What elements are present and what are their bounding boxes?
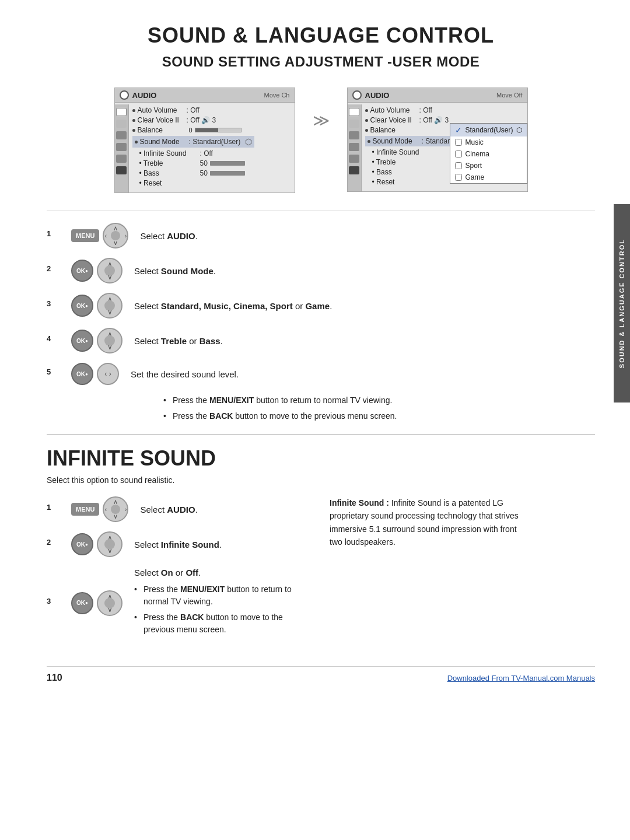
dropdown-cinema: Cinema [450,148,526,160]
infinite-sound-desc: Select this option to sound realistic. [47,475,595,485]
inf-note-1: Press the MENU/EXIT button to return to … [134,583,312,608]
nav-circle-1: ∧ ∨ ‹ › [103,223,128,249]
remote-1: MENU ∧ ∨ ‹ › [71,223,128,249]
ok-button-2[interactable]: OK● [71,260,93,282]
inf-remote-3: OK● [71,590,123,616]
ok-button-4[interactable]: OK● [71,330,93,352]
audio-sidebar-left [115,104,129,192]
inf-step-row-2: 2 OK● Select Infinite Sound. [47,531,312,557]
remote-5: OK● ‹ › [71,363,119,385]
audio-title-right: AUDIO [365,91,390,100]
dropdown-cinema-label: Cinema [465,150,489,158]
row-reset-label-l: • Reset [139,179,198,187]
page-footer: 110 Downloaded From TV-Manual.com Manual… [47,666,595,683]
step-text-1: Select AUDIO. [140,230,197,242]
audio-sidebar-right [348,104,362,191]
step-row-5: 5 OK● ‹ › Set the desired sound level. [47,363,595,385]
row-auto-volume-label-l: Auto Volume [138,106,184,114]
lr-button-5[interactable]: ‹ › [97,363,119,385]
dropdown-game-check[interactable] [455,174,462,181]
infinite-sound-title: INFINITE SOUND [47,446,595,471]
row-clear-voice-val-r: : Off 🔊 3 [419,116,449,124]
dropdown-music-label: Music [465,138,483,146]
inf-step-text-2: Select Infinite Sound. [134,538,222,551]
row-bass-val-l: 50 [200,169,208,177]
side-label: SOUND & LANGUAGE CONTROL [618,239,625,368]
bass-bar-l [210,171,245,176]
panels-arrow: ≫ [313,88,330,130]
row-clear-voice-val-l: : Off 🔊 3 [187,116,216,124]
row-sound-mode-val-l: : Standard(User) [189,138,241,146]
nav-circle-4 [97,328,123,354]
row-sound-mode-label-l: Sound Mode [140,138,187,146]
audio-circle-icon-right [352,90,362,100]
inf-nav-circle-2 [97,531,123,557]
audio-header-nav-left: Move Ch [264,92,289,99]
step-text-2: Select Sound Mode. [134,265,216,277]
step-text-4: Select Treble or Bass. [134,335,223,347]
row-infinite-label-r: • Infinite Sound [372,148,425,156]
footer-link[interactable]: Downloaded From TV-Manual.com Manuals [447,674,595,682]
row-bass-label-r: • Bass [372,168,425,176]
dropdown-standard-label: Standard(User) [465,126,513,134]
row-bass-label-l: • Bass [139,169,198,177]
infinite-info-title: Infinite Sound : [330,498,389,508]
treble-bar-l [210,161,245,166]
audio-header-nav-right: Move Off [496,92,522,99]
step-row-3: 3 OK● Select Standard, Music, Cinema, Sp… [47,293,595,318]
dropdown-music-check[interactable] [455,139,462,146]
notes-sound-mode: Press the MENU/EXIT button to return to … [163,394,595,422]
row-reset-label-r: • Reset [372,178,425,186]
note-2: Press the BACK button to move to the pre… [163,410,595,422]
row-clear-voice-label-r: Clear Voice II [370,116,417,124]
inf-remote-1: MENU ∧ ∨ ‹ › [71,496,128,522]
remote-3: OK● [71,293,123,318]
dropdown-game: Game [450,172,526,183]
step-num-4: 4 [47,334,60,347]
step-num-3: 3 [47,299,60,312]
audio-header-right: AUDIO Move Off [348,88,527,103]
step-num-5: 5 [47,368,60,380]
audio-panels-container: AUDIO Move Ch Auto Volume : [47,88,595,193]
inf-ok-button-3[interactable]: OK● [71,592,93,614]
dropdown-cinema-check[interactable] [455,150,462,158]
sound-mode-dropdown: ✓ Standard(User) ⬡ Music Cinema Sport [450,123,527,184]
audio-content-left: Auto Volume : Off Clear Voice II : Off 🔊… [115,103,260,192]
steps-sound-setting: 1 MENU ∧ ∨ ‹ › Select AUDIO. 2 OK● [47,211,595,422]
inf-step-row-1: 1 MENU ∧ ∨ ‹ › Select AUDIO. [47,496,312,522]
inf-step-text-3: Select On or Off. [134,568,201,578]
row-sound-mode-label-r: Sound Mode [373,137,419,145]
section-divider [47,434,595,435]
inf-remote-2: OK● [71,531,123,557]
inf-step-num-2: 2 [47,538,60,551]
dropdown-sport-check[interactable] [455,162,462,169]
infinite-steps-col: 1 MENU ∧ ∨ ‹ › Select AUDIO. 2 O [47,496,312,649]
audio-header-left: AUDIO Move Ch [115,88,295,103]
nav-circle-3 [97,293,123,318]
row-treble-label-l: • Treble [139,159,198,167]
inf-ok-button-2[interactable]: OK● [71,533,93,555]
remote-2: OK● [71,258,123,284]
audio-panel-right: AUDIO Move Off Auto Volume [347,88,528,192]
row-balance-label-r: Balance [370,126,417,134]
inf-notes: Press the MENU/EXIT button to return to … [134,583,312,636]
row-infinite-val-l: : Off [200,149,213,158]
ok-button-3[interactable]: OK● [71,295,93,317]
inf-nav-circle-3 [97,590,123,616]
audio-circle-icon-left [120,90,129,100]
menu-button-1[interactable]: MENU [71,229,99,242]
inf-nav-circle-1: ∧ ∨ ‹ › [103,496,128,522]
dropdown-sport-label: Sport [465,162,482,170]
inf-step-num-1: 1 [47,503,60,516]
inf-menu-button-1[interactable]: MENU [71,503,99,516]
dropdown-sport: Sport [450,160,526,172]
remote-4: OK● [71,328,123,354]
row-balance-label-l: Balance [138,126,184,134]
row-treble-val-l: 50 [200,159,208,167]
infinite-info-box: Infinite Sound : Infinite Sound is a pat… [330,496,528,549]
step-text-3: Select Standard, Music, Cinema, Sport or… [134,300,332,312]
inf-step-text-1: Select AUDIO. [140,503,197,516]
balance-slider-l [195,128,242,132]
ok-button-5[interactable]: OK● [71,363,93,385]
note-1: Press the MENU/EXIT button to return to … [163,394,595,407]
